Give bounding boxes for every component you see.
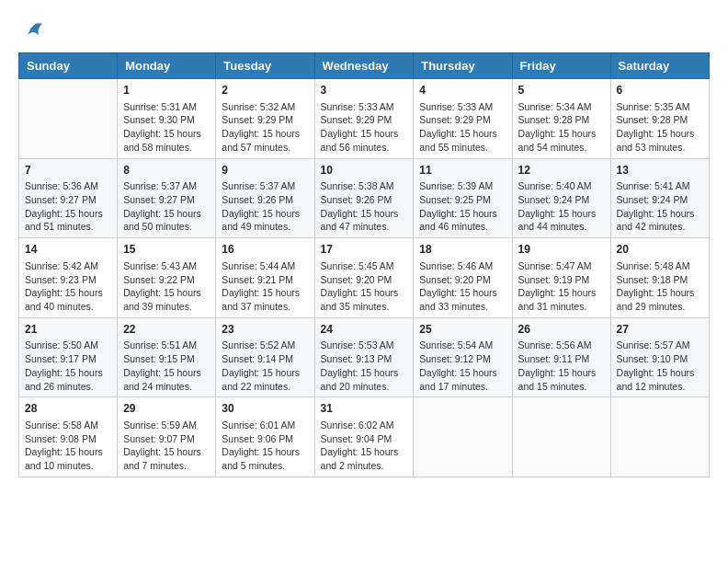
calendar-week-row: 1 Sunrise: 5:31 AM Sunset: 9:30 PM Dayli… — [19, 79, 710, 159]
day-number: 24 — [321, 322, 408, 338]
sunrise-text: Sunrise: 5:46 AM — [419, 260, 493, 271]
day-number: 16 — [222, 242, 308, 258]
sunset-text: Sunset: 9:29 PM — [419, 114, 491, 125]
daylight-text: Daylight: 15 hours and 7 minutes. — [123, 446, 201, 471]
sunset-text: Sunset: 9:19 PM — [518, 274, 590, 285]
daylight-text: Daylight: 15 hours and 22 minutes. — [222, 367, 300, 392]
calendar-cell: 20 Sunrise: 5:48 AM Sunset: 9:18 PM Dayl… — [610, 238, 709, 318]
day-number: 13 — [617, 163, 703, 178]
daylight-text: Daylight: 15 hours and 29 minutes. — [617, 287, 695, 312]
calendar-table: SundayMondayTuesdayWednesdayThursdayFrid… — [18, 52, 710, 477]
sunrise-text: Sunrise: 5:40 AM — [518, 180, 592, 191]
sunrise-text: Sunrise: 5:33 AM — [321, 101, 394, 112]
daylight-text: Daylight: 15 hours and 37 minutes. — [222, 287, 300, 312]
sunrise-text: Sunrise: 5:33 AM — [419, 101, 493, 112]
sunrise-text: Sunrise: 5:35 AM — [617, 101, 690, 112]
sunrise-text: Sunrise: 5:52 AM — [222, 339, 295, 350]
calendar-cell: 7 Sunrise: 5:36 AM Sunset: 9:27 PM Dayli… — [19, 158, 118, 238]
daylight-text: Daylight: 15 hours and 44 minutes. — [518, 208, 597, 233]
calendar-week-row: 21 Sunrise: 5:50 AM Sunset: 9:17 PM Dayl… — [19, 317, 710, 397]
calendar-cell: 17 Sunrise: 5:45 AM Sunset: 9:20 PM Dayl… — [314, 238, 414, 318]
daylight-text: Daylight: 15 hours and 56 minutes. — [321, 128, 399, 153]
day-number: 19 — [518, 242, 605, 258]
sunset-text: Sunset: 9:27 PM — [25, 194, 97, 205]
calendar-cell: 1 Sunrise: 5:31 AM Sunset: 9:30 PM Dayli… — [118, 79, 216, 159]
calendar-cell: 8 Sunrise: 5:37 AM Sunset: 9:27 PM Dayli… — [118, 158, 216, 238]
calendar-header-row: SundayMondayTuesdayWednesdayThursdayFrid… — [19, 53, 710, 79]
daylight-text: Daylight: 15 hours and 5 minutes. — [222, 446, 300, 471]
weekday-header: Sunday — [19, 53, 118, 79]
sunrise-text: Sunrise: 5:43 AM — [123, 260, 197, 271]
sunrise-text: Sunrise: 5:31 AM — [123, 101, 197, 112]
weekday-header: Monday — [118, 53, 216, 79]
calendar-week-row: 14 Sunrise: 5:42 AM Sunset: 9:23 PM Dayl… — [19, 238, 710, 318]
daylight-text: Daylight: 15 hours and 39 minutes. — [123, 287, 201, 312]
sunset-text: Sunset: 9:11 PM — [518, 353, 590, 364]
sunrise-text: Sunrise: 5:36 AM — [25, 180, 98, 191]
sunset-text: Sunset: 9:25 PM — [419, 194, 491, 205]
calendar-cell: 18 Sunrise: 5:46 AM Sunset: 9:20 PM Dayl… — [414, 238, 512, 318]
day-number: 28 — [25, 401, 111, 417]
daylight-text: Daylight: 15 hours and 15 minutes. — [518, 367, 597, 392]
weekday-header: Friday — [512, 53, 610, 79]
sunset-text: Sunset: 9:24 PM — [617, 194, 688, 205]
calendar-cell: 22 Sunrise: 5:51 AM Sunset: 9:15 PM Dayl… — [118, 317, 216, 397]
daylight-text: Daylight: 15 hours and 53 minutes. — [617, 128, 695, 153]
day-number: 31 — [321, 401, 408, 417]
page-header — [18, 18, 710, 43]
sunrise-text: Sunrise: 5:54 AM — [419, 339, 493, 350]
calendar-cell — [610, 397, 709, 477]
day-number: 8 — [123, 163, 210, 178]
sunset-text: Sunset: 9:12 PM — [419, 353, 491, 364]
sunset-text: Sunset: 9:08 PM — [25, 433, 97, 444]
day-number: 23 — [222, 322, 308, 338]
daylight-text: Daylight: 15 hours and 31 minutes. — [518, 287, 597, 312]
weekday-header: Thursday — [414, 53, 512, 79]
weekday-header: Wednesday — [314, 53, 414, 79]
daylight-text: Daylight: 15 hours and 20 minutes. — [321, 367, 399, 392]
calendar-cell: 30 Sunrise: 6:01 AM Sunset: 9:06 PM Dayl… — [216, 397, 314, 477]
daylight-text: Daylight: 15 hours and 58 minutes. — [123, 128, 201, 153]
sunset-text: Sunset: 9:24 PM — [518, 194, 590, 205]
day-number: 5 — [518, 83, 605, 98]
calendar-cell: 6 Sunrise: 5:35 AM Sunset: 9:28 PM Dayli… — [610, 79, 709, 159]
day-number: 2 — [222, 83, 308, 98]
calendar-week-row: 7 Sunrise: 5:36 AM Sunset: 9:27 PM Dayli… — [19, 158, 710, 238]
calendar-cell: 10 Sunrise: 5:38 AM Sunset: 9:26 PM Dayl… — [314, 158, 414, 238]
sunrise-text: Sunrise: 5:39 AM — [419, 180, 493, 191]
calendar-cell: 15 Sunrise: 5:43 AM Sunset: 9:22 PM Dayl… — [118, 238, 216, 318]
sunrise-text: Sunrise: 5:41 AM — [617, 180, 690, 191]
daylight-text: Daylight: 15 hours and 12 minutes. — [617, 367, 695, 392]
sunset-text: Sunset: 9:29 PM — [321, 114, 392, 125]
daylight-text: Daylight: 15 hours and 57 minutes. — [222, 128, 300, 153]
sunset-text: Sunset: 9:04 PM — [321, 433, 392, 444]
calendar-cell: 4 Sunrise: 5:33 AM Sunset: 9:29 PM Dayli… — [414, 79, 512, 159]
day-number: 10 — [321, 163, 408, 178]
day-number: 22 — [123, 322, 210, 338]
day-number: 15 — [123, 242, 210, 258]
daylight-text: Daylight: 15 hours and 42 minutes. — [617, 208, 695, 233]
sunset-text: Sunset: 9:14 PM — [222, 353, 293, 364]
sunset-text: Sunset: 9:21 PM — [222, 274, 293, 285]
sunrise-text: Sunrise: 5:58 AM — [25, 419, 98, 431]
calendar-cell: 29 Sunrise: 5:59 AM Sunset: 9:07 PM Dayl… — [118, 397, 216, 477]
sunrise-text: Sunrise: 5:45 AM — [321, 260, 394, 271]
daylight-text: Daylight: 15 hours and 17 minutes. — [419, 367, 497, 392]
sunset-text: Sunset: 9:17 PM — [25, 353, 97, 364]
day-number: 12 — [518, 163, 605, 178]
sunrise-text: Sunrise: 5:37 AM — [222, 180, 295, 191]
daylight-text: Daylight: 15 hours and 10 minutes. — [25, 446, 103, 471]
calendar-cell — [414, 397, 512, 477]
calendar-cell: 16 Sunrise: 5:44 AM Sunset: 9:21 PM Dayl… — [216, 238, 314, 318]
calendar-cell: 2 Sunrise: 5:32 AM Sunset: 9:29 PM Dayli… — [216, 79, 314, 159]
calendar-cell: 14 Sunrise: 5:42 AM Sunset: 9:23 PM Dayl… — [19, 238, 118, 318]
daylight-text: Daylight: 15 hours and 24 minutes. — [123, 367, 201, 392]
daylight-text: Daylight: 15 hours and 46 minutes. — [419, 208, 497, 233]
daylight-text: Daylight: 15 hours and 26 minutes. — [25, 367, 103, 392]
day-number: 6 — [617, 83, 703, 98]
day-number: 20 — [617, 242, 703, 258]
daylight-text: Daylight: 15 hours and 33 minutes. — [419, 287, 497, 312]
sunrise-text: Sunrise: 5:48 AM — [617, 260, 690, 271]
sunset-text: Sunset: 9:30 PM — [123, 114, 195, 125]
sunset-text: Sunset: 9:18 PM — [617, 274, 688, 285]
